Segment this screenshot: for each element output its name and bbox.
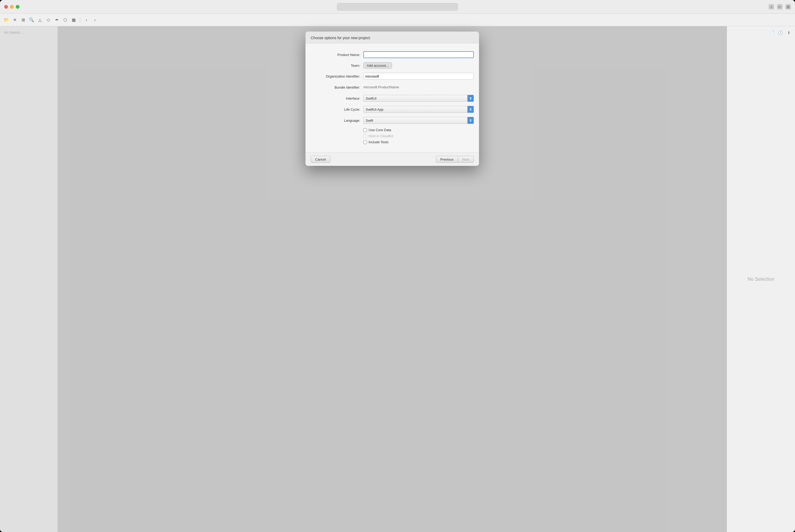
use-core-data-row: Use Core Data	[311, 128, 474, 132]
language-select[interactable]: Swift Objective-C	[363, 117, 474, 124]
titlebar: + ↩ ⊞	[0, 0, 795, 14]
host-in-cloudkit-checkbox	[363, 134, 367, 138]
include-tests-row: Include Tests	[311, 140, 474, 144]
file-icon[interactable]: 📄	[769, 30, 775, 36]
x-icon[interactable]: ✕	[12, 17, 18, 23]
new-project-dialog: Choose options for your new project: Pro…	[305, 32, 479, 166]
host-in-cloudkit-label: Host in CloudKit	[363, 134, 393, 138]
include-tests-label[interactable]: Include Tests	[363, 140, 389, 144]
add-account-button[interactable]: Add account...	[363, 62, 392, 69]
label-icon[interactable]: ⬡	[62, 17, 68, 23]
dialog-title: Choose options for your new project:	[311, 36, 474, 40]
lifecycle-select[interactable]: SwiftUI App UIKit App Delegate	[363, 106, 474, 113]
toolbar: 📁 ✕ ⊞ 🔍 △ ◇ ✒ ⬡ ▦ ‹ ›	[0, 14, 795, 26]
clock-icon[interactable]: 🕐	[777, 30, 783, 36]
shape-icon[interactable]: ◇	[45, 17, 52, 23]
team-label: Team:	[311, 63, 363, 68]
lifecycle-row: Life Cycle: SwiftUI App UIKit App Delega…	[311, 106, 474, 113]
titlebar-center	[337, 3, 458, 11]
interface-select-wrapper: SwiftUI Storyboard	[363, 95, 474, 102]
language-label: Language:	[311, 118, 363, 122]
titlebar-right: + ↩ ⊞	[769, 4, 791, 10]
editor-area: Choose options for your new project: Pro…	[58, 26, 727, 532]
info-icon[interactable]: ℹ	[785, 30, 792, 36]
team-row: Team: Add account...	[311, 62, 474, 69]
add-tab-button[interactable]: +	[769, 4, 774, 10]
bundle-identifier-value: microsoft.ProductName	[363, 85, 399, 89]
language-select-wrapper: Swift Objective-C	[363, 117, 474, 124]
lifecycle-select-wrapper: SwiftUI App UIKit App Delegate	[363, 106, 474, 113]
folder-icon[interactable]: 📁	[3, 17, 10, 23]
nav-buttons: Previous Next	[436, 156, 474, 163]
back-icon[interactable]: ‹	[83, 17, 90, 23]
grid-icon[interactable]: ⊞	[20, 17, 26, 23]
dialog-footer: Cancel Previous Next	[305, 152, 479, 166]
pen-icon[interactable]: ✒	[54, 17, 60, 23]
product-name-input[interactable]	[363, 51, 474, 58]
previous-button[interactable]: Previous	[436, 156, 458, 163]
main-window: + ↩ ⊞ 📁 ✕ ⊞ 🔍 △ ◇ ✒ ⬡ ▦ ‹ › No Selecti..…	[0, 0, 795, 532]
use-core-data-checkbox[interactable]	[363, 128, 367, 132]
include-tests-checkbox[interactable]	[363, 140, 367, 144]
interface-label: Interface:	[311, 96, 363, 100]
org-identifier-row: Organization Identifier:	[311, 73, 474, 80]
traffic-lights	[4, 5, 19, 9]
product-name-control	[363, 51, 474, 58]
dialog-body: Product Name: Team: Add account...	[305, 43, 479, 152]
bundle-identifier-row: Bundle Identifier: microsoft.ProductName	[311, 84, 474, 91]
dialog-title-bar: Choose options for your new project:	[305, 32, 479, 43]
lifecycle-control: SwiftUI App UIKit App Delegate	[363, 106, 474, 113]
close-button[interactable]	[4, 5, 8, 9]
next-button[interactable]: Next	[458, 156, 474, 163]
use-core-data-label[interactable]: Use Core Data	[363, 128, 391, 132]
language-row: Language: Swift Objective-C	[311, 117, 474, 124]
team-control: Add account...	[363, 62, 474, 69]
dialog-overlay: Choose options for your new project: Pro…	[58, 26, 727, 532]
right-panel-top: 📄 🕐 ℹ	[727, 26, 795, 39]
bundle-identifier-control: microsoft.ProductName	[363, 84, 474, 91]
product-name-label: Product Name:	[311, 53, 363, 57]
enter-button[interactable]: ↩	[777, 4, 782, 10]
forward-icon[interactable]: ›	[92, 17, 98, 23]
sidebar-no-selection: No Selecti...	[0, 28, 58, 37]
right-panel-no-selection: No Selection	[747, 277, 774, 282]
split-view-button[interactable]: ⊞	[785, 4, 791, 10]
sidebar: No Selecti...	[0, 26, 58, 532]
maximize-button[interactable]	[16, 5, 19, 9]
org-identifier-label: Organization Identifier:	[311, 74, 363, 78]
language-control: Swift Objective-C	[363, 117, 474, 124]
interface-row: Interface: SwiftUI Storyboard	[311, 95, 474, 102]
grid2-icon[interactable]: ▦	[71, 17, 77, 23]
cancel-button[interactable]: Cancel	[311, 156, 330, 163]
org-identifier-input[interactable]	[363, 73, 474, 80]
host-in-cloudkit-row: Host in CloudKit	[311, 134, 474, 138]
lifecycle-label: Life Cycle:	[311, 108, 363, 111]
main-content: No Selecti... Choose options for your ne…	[0, 26, 795, 532]
org-identifier-control	[363, 73, 474, 80]
bundle-identifier-label: Bundle Identifier:	[311, 86, 363, 89]
right-panel: 📄 🕐 ℹ No Selection	[727, 26, 795, 532]
search-icon[interactable]: 🔍	[29, 17, 35, 23]
minimize-button[interactable]	[10, 5, 14, 9]
warning-icon[interactable]: △	[37, 17, 43, 23]
interface-select[interactable]: SwiftUI Storyboard	[363, 95, 474, 102]
search-bar[interactable]	[337, 3, 458, 11]
interface-control: SwiftUI Storyboard	[363, 95, 474, 102]
product-name-row: Product Name:	[311, 51, 474, 58]
